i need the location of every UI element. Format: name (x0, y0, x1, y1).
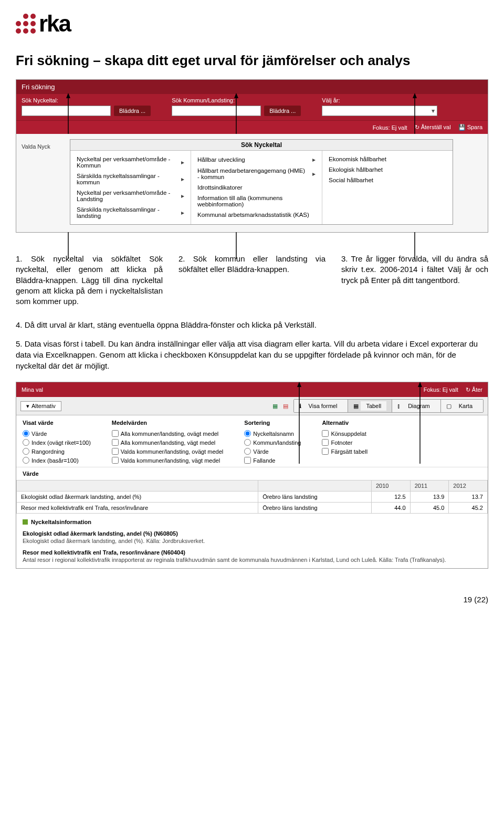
option-label: Rangordning (32, 448, 65, 455)
search-bar: Sök Nyckeltal: Bläddra ... Sök Kommun/La… (16, 94, 488, 120)
option-label: Värde (253, 448, 268, 455)
panel-title: Sök Nyckeltal (70, 140, 453, 151)
option-label: Fallande (253, 457, 275, 464)
option-label: Fotnoter (331, 440, 352, 446)
mina-val-label: Mina val (22, 386, 43, 393)
toolbar: Fokus: Ej valt ↻ Återställ val 💾 Spara (16, 120, 488, 134)
sok-kommun-input[interactable] (172, 106, 261, 116)
info-marker-icon (23, 519, 28, 525)
screenshot-fri-sokning: Fri sökning Sök Nyckeltal: Bläddra ... S… (16, 79, 488, 233)
spara-button[interactable]: 💾 Spara (458, 124, 482, 131)
tabell-tab[interactable]: ▦ Tabell (348, 400, 392, 412)
option-label: Valda kommuner/landsting, vägt medel (121, 457, 220, 464)
fokus-status[interactable]: Fokus: Ej valt (424, 386, 458, 393)
info-section-title: Nyckeltalsinformation (31, 519, 91, 525)
visat-varde-header: Visat värde (23, 420, 91, 426)
panel-heading: Fri sökning (16, 80, 488, 94)
chevron-right-icon: ▸ (181, 159, 184, 166)
visa-formel-tab[interactable]: ℹ Visa formel (294, 400, 349, 412)
valj-ar-select[interactable]: ▾ (322, 106, 437, 116)
list-item[interactable]: Nyckeltal per verksamhet/område - Kommun… (76, 154, 185, 171)
label-sok-nyckeltal: Sök Nyckeltal: (22, 97, 151, 103)
list-item[interactable]: Kommunal arbetsmarknadsstatistik (KAS) (196, 210, 317, 220)
radio-index-ovagt[interactable] (23, 439, 29, 446)
logo-dots-icon (16, 14, 36, 34)
check-fargsatt[interactable] (322, 448, 329, 455)
step-4-text: 4. Då ditt urval är klart, stäng eventue… (16, 319, 488, 330)
list-item[interactable]: Nyckeltal per verksamhet/område - Landst… (76, 187, 185, 204)
chevron-right-icon: ▸ (181, 192, 184, 200)
option-label: Valda kommuner/landsting, ovägt medel (121, 448, 223, 455)
label-valj-ar: Välj år: (322, 97, 437, 103)
list-item[interactable]: Särskilda nyckeltalssamlingar - kommun▸ (76, 171, 185, 187)
diagram-tab[interactable]: ⫿ Diagram (392, 400, 441, 412)
aterstall-button[interactable]: ↻ Åter (466, 386, 482, 393)
bladdra-nyckeltal-button[interactable]: Bläddra ... (114, 106, 151, 116)
sortering-header: Sortering (244, 420, 301, 426)
radio-index-basar[interactable] (23, 457, 29, 464)
option-label: Nyckeltalsnamn (253, 431, 294, 437)
check-konsuppdelat[interactable] (322, 430, 329, 437)
radio-nyckeltalsnamn[interactable] (244, 430, 251, 437)
check-alla-vagt[interactable] (112, 439, 119, 446)
option-label: Alla kommuner/landsting, ovägt medel (121, 431, 218, 437)
check-fallande[interactable] (244, 457, 251, 464)
chevron-down-icon: ▾ (432, 107, 435, 114)
info-text: Antal resor i regional kollektivtrafik i… (23, 557, 481, 563)
step-1-text: 1. Sök nyckeltal via sökfältet Sök nycke… (16, 254, 163, 307)
chevron-right-icon: ▸ (312, 170, 316, 177)
aterstall-button[interactable]: ↻ Återställ val (415, 124, 451, 131)
check-valda-ovagt[interactable] (112, 448, 119, 455)
excel-icon[interactable]: ▦ (272, 403, 278, 410)
medelvarden-header: Medelvärden (112, 420, 223, 426)
sok-nyckeltal-input[interactable] (22, 106, 111, 116)
chevron-right-icon: ▸ (181, 175, 184, 183)
pdf-icon[interactable]: ▤ (283, 403, 288, 410)
list-item[interactable]: Ekologisk hållbarhet (328, 164, 447, 175)
radio-varde[interactable] (23, 430, 29, 437)
option-label: Kommun/landsting (253, 440, 301, 446)
bladdra-kommun-button[interactable]: Bläddra ... (264, 106, 301, 116)
step-3-text: 3. Tre år ligger förvalda, vill du ändra… (341, 254, 488, 307)
radio-varde-sort[interactable] (244, 448, 251, 455)
page-title: Fri sökning – skapa ditt eget urval för … (16, 53, 488, 69)
logo: rka (16, 11, 488, 37)
option-label: Index (ovägt riket=100) (32, 440, 91, 446)
page-number: 19 (22) (16, 595, 488, 604)
alternativ-header: Alternativ (322, 420, 368, 426)
list-item[interactable]: Ekonomisk hållbarhet (328, 154, 447, 164)
chevron-down-icon: ▾ (26, 403, 29, 410)
chevron-right-icon: ▸ (181, 209, 184, 216)
alternativ-button[interactable]: ▾Alternativ (20, 401, 61, 411)
logo-text: rka (39, 11, 70, 37)
label-sok-kommun: Sök Kommun/Landsting: (172, 97, 301, 103)
fokus-status[interactable]: Fokus: Ej valt (373, 124, 407, 131)
check-alla-ovagt[interactable] (112, 430, 119, 437)
list-item[interactable]: Hållbart medarbetarengagemang (HME) - ko… (196, 165, 317, 182)
list-item[interactable]: Information till alla (kommunens webbinf… (196, 193, 317, 210)
radio-rangordning[interactable] (23, 448, 29, 455)
chevron-right-icon: ▸ (312, 156, 316, 163)
list-item[interactable]: Särskilda nyckeltalssamlingar - landstin… (76, 204, 185, 221)
list-item[interactable]: Hållbar utveckling▸ (196, 154, 317, 165)
option-label: Könsuppdelat (331, 431, 366, 437)
option-label: Värde (32, 431, 47, 437)
valda-nyckeltal-label: Valda Nyck (22, 143, 50, 150)
radio-kommun[interactable] (244, 439, 251, 446)
step-5-text: 5. Data visas först i tabell. Du kan änd… (16, 338, 488, 371)
step-2-text: 2. Sök kommun eller landsting via sökfäl… (178, 254, 326, 307)
karta-tab[interactable]: ▢ Karta (441, 400, 483, 412)
list-item[interactable]: Idrottsindikatorer (196, 182, 317, 193)
sok-nyckeltal-panel: Sök Nyckeltal Nyckeltal per verksamhet/o… (70, 139, 453, 225)
list-item[interactable]: Social hållbarhet (328, 175, 447, 185)
option-label: Index (basår=100) (32, 457, 79, 464)
option-label: Färgsätt tabell (331, 448, 368, 455)
check-fotnoter[interactable] (322, 439, 329, 446)
option-label: Alla kommuner/landsting, vägt medel (121, 440, 215, 446)
check-valda-vagt[interactable] (112, 457, 119, 464)
